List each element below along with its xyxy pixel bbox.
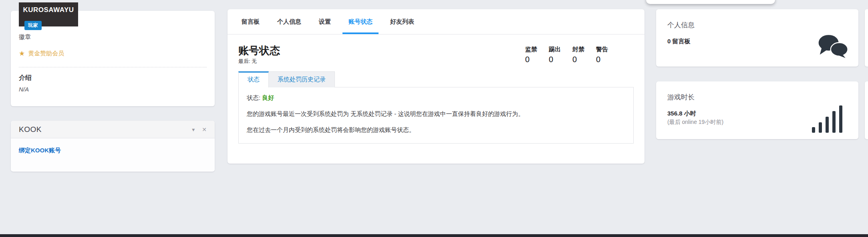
avatar: KUROSAWAYU 玩家: [19, 2, 78, 26]
badges-title: 徽章: [19, 33, 207, 41]
cutoff-card-sliver: [865, 9, 868, 67]
gold-badge: ★ 黄金赞助会员: [19, 50, 207, 57]
tab-settings[interactable]: 设置: [313, 9, 337, 34]
comments-icon: [817, 34, 848, 59]
punishment-stats: 监禁 0 踢出 0 封禁 0 警告 0: [525, 46, 609, 64]
stat-jail: 监禁 0: [525, 46, 538, 64]
star-icon: ★: [19, 50, 25, 57]
stat-kick: 踢出 0: [549, 46, 562, 64]
status-paragraph-1: 您的游戏账号最近一次受到系统处罚为 无系统处罚记录 - 这说明您在游戏中一直保持…: [247, 109, 625, 118]
tab-account-status[interactable]: 账号状态: [342, 9, 379, 34]
account-status-card: 留言板 个人信息 设置 账号状态 好友列表 账号状态 最后: 无 监禁 0 踢出…: [228, 9, 644, 164]
info-card-title: 个人信息: [667, 20, 847, 30]
kook-card-body: 绑定KOOK账号: [11, 138, 215, 171]
bind-kook-link[interactable]: 绑定KOOK账号: [19, 147, 61, 154]
page-subtitle: 最后: 无: [238, 58, 280, 65]
signal-bars-icon: [812, 105, 848, 133]
cutoff-card-sliver: [865, 81, 868, 139]
kook-card: KOOK ▾ ✕ 绑定KOOK账号: [11, 121, 215, 172]
collapse-icon[interactable]: ▾: [192, 127, 195, 132]
divider: [19, 67, 207, 67]
tab-message-board[interactable]: 留言板: [236, 9, 266, 34]
subtab-punishment-history[interactable]: 系统处罚历史记录: [269, 71, 335, 87]
intro-value: N/A: [19, 86, 207, 93]
playtime-card-title: 游戏时长: [667, 93, 847, 102]
tab-friends-list[interactable]: 好友列表: [384, 9, 420, 34]
page-title: 账号状态: [238, 45, 280, 57]
stat-warn: 警告 0: [596, 46, 609, 64]
status-subtabs: 状态 系统处罚历史记录: [238, 71, 634, 87]
personal-info-card: 个人信息 0 留言板: [656, 9, 858, 67]
cutoff-popover: [646, 0, 775, 4]
profile-tabbar: 留言板 个人信息 设置 账号状态 好友列表: [228, 9, 644, 34]
gold-badge-label: 黄金赞助会员: [28, 50, 64, 57]
role-badge: 玩家: [24, 21, 42, 30]
subtab-status[interactable]: 状态: [238, 71, 269, 87]
stat-ban: 封禁 0: [572, 46, 585, 64]
intro-title: 介绍: [19, 74, 207, 82]
close-icon[interactable]: ✕: [202, 127, 207, 132]
footer-edge: [0, 234, 868, 237]
username: KUROSAWAYU: [23, 6, 74, 14]
status-label: 状态:: [247, 94, 260, 101]
tab-personal-info[interactable]: 个人信息: [271, 9, 307, 34]
profile-card: KUROSAWAYU 玩家 徽章 ★ 黄金赞助会员 介绍 N/A: [11, 11, 215, 106]
status-paragraph-2: 您在过去一个月内受到的系统处罚将会影响您的游戏账号状态。: [247, 126, 625, 134]
playtime-card: 游戏时长 356.8 小时 (最后 online 19小时前): [656, 81, 858, 139]
status-value: 良好: [262, 94, 274, 101]
kook-card-header: KOOK ▾ ✕: [11, 121, 215, 138]
kook-card-title: KOOK: [19, 125, 185, 134]
status-panel: 状态: 良好 您的游戏账号最近一次受到系统处罚为 无系统处罚记录 - 这说明您在…: [238, 87, 634, 144]
